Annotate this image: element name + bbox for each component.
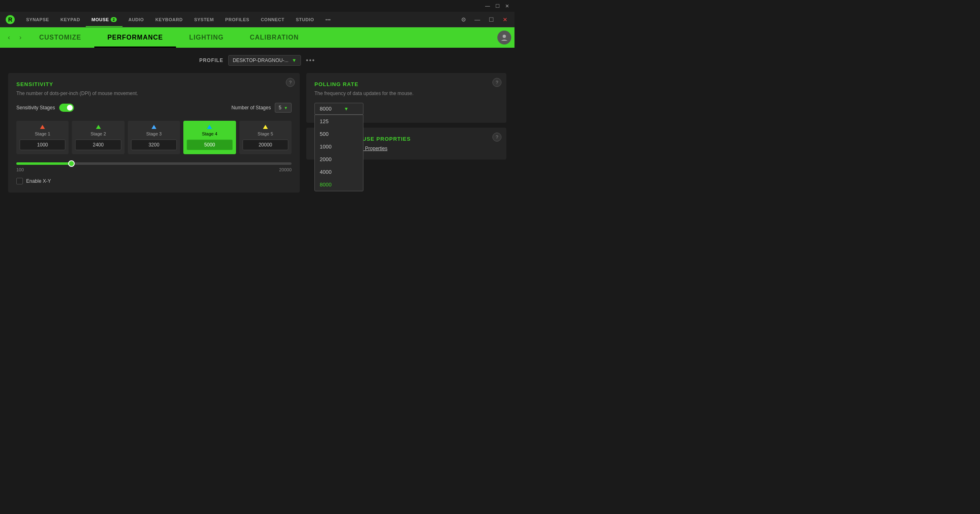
stage-card-3[interactable]: Stage 3 [128,121,180,154]
stage-card-5[interactable]: Stage 5 [239,121,292,154]
nav-item-synapse[interactable]: SYNAPSE [20,12,55,27]
stage-card-1[interactable]: Stage 1 [16,121,69,154]
stage-3-indicator-icon [151,125,156,129]
nav-item-keypad[interactable]: KEYPAD [55,12,86,27]
polling-rate-title: POLLING RATE [314,81,498,87]
polling-rate-panel: ? POLLING RATE The frequency of data upd… [306,73,506,123]
polling-rate-dropdown-container: 8000 ▼ 125 500 1000 2000 4000 8000 [314,103,363,115]
profile-dropdown[interactable]: DESKTOP-DRAGNOU-... ▼ [228,55,301,66]
maximize-button[interactable]: ☐ [493,2,501,10]
polling-rate-option-125[interactable]: 125 [315,115,363,128]
stage-5-input[interactable] [243,140,288,150]
stage-3-input[interactable] [131,140,177,150]
svg-point-2 [503,35,506,38]
polling-rate-option-8000[interactable]: 8000 [315,178,363,191]
sub-nav: ‹ › CUSTOMIZE PERFORMANCE LIGHTING CALIB… [0,27,514,48]
nav-right: ⚙ — ☐ ✕ [457,12,514,27]
polling-rate-option-500[interactable]: 500 [315,128,363,140]
sub-nav-performance[interactable]: PERFORMANCE [94,27,176,48]
polling-rate-help-button[interactable]: ? [492,78,501,87]
svg-text:R: R [8,16,12,23]
slider-row: 100 20000 [16,162,292,172]
back-arrow-button[interactable]: ‹ [3,32,15,43]
slider-fill [16,162,71,165]
sensitivity-title: SENSITIVITY [16,81,292,87]
profile-dropdown-arrow-icon: ▼ [292,58,296,63]
stages-controls: Sensitivity Stages Number of Stages 5 ▼ [16,103,292,113]
nav-item-mouse[interactable]: MOUSE 2 [86,12,122,27]
stage-4-input[interactable] [187,140,232,150]
main-content: PROFILE DESKTOP-DRAGNOU-... ▼ ••• ? SENS… [0,48,514,257]
title-bar: — ☐ ✕ [0,0,514,12]
minimize-button[interactable]: — [483,2,492,10]
stage-2-input[interactable] [75,140,121,150]
sensitivity-stages-label: Sensitivity Stages [16,105,55,111]
sensitivity-panel: ? SENSITIVITY The number of dots-per-inc… [8,73,300,193]
enable-xy-row: Enable X-Y [16,178,292,184]
profile-value: DESKTOP-DRAGNOU-... [233,58,288,63]
nav-item-studio[interactable]: STUDIO [290,12,320,27]
sub-nav-lighting[interactable]: LIGHTING [176,27,236,48]
stage-4-indicator-icon [207,125,212,129]
nav-items: SYNAPSE KEYPAD MOUSE 2 AUDIO KEYBOARD SY… [20,12,457,27]
polling-rate-option-2000[interactable]: 2000 [315,153,363,166]
stage-3-label: Stage 3 [146,131,162,136]
num-stages-row: Number of Stages 5 ▼ [232,103,292,113]
window-close-button[interactable]: ✕ [499,13,511,26]
enable-xy-label: Enable X-Y [26,178,51,184]
window-minimize-button[interactable]: — [471,13,483,26]
num-stages-value: 5 [278,105,281,111]
nav-item-keyboard[interactable]: KEYBOARD [149,12,188,27]
num-stages-label: Number of Stages [232,105,271,111]
stage-1-label: Stage 1 [35,131,50,136]
additional-props-help-button[interactable]: ? [492,133,501,142]
num-stages-select[interactable]: 5 ▼ [275,103,292,113]
polling-rate-desc: The frequency of data updates for the mo… [314,91,498,96]
polling-rate-arrow-icon: ▼ [344,106,349,112]
stage-card-4[interactable]: Stage 4 [183,121,236,154]
sensitivity-desc: The number of dots-per-inch (DPI) of mou… [16,91,292,96]
num-stages-arrow-icon: ▼ [284,106,288,110]
sub-nav-customize[interactable]: CUSTOMIZE [26,27,94,48]
settings-button[interactable]: ⚙ [457,13,470,26]
slider-thumb[interactable] [68,160,75,167]
sensitivity-help-button[interactable]: ? [286,78,295,87]
enable-xy-checkbox[interactable] [16,178,23,184]
avatar[interactable] [497,31,511,44]
nav-item-connect[interactable]: CONNECT [255,12,290,27]
mouse-badge: 2 [111,17,117,22]
polling-rate-option-4000[interactable]: 4000 [315,166,363,178]
stage-1-input[interactable] [20,140,65,150]
polling-rate-dropdown[interactable]: 8000 ▼ [314,103,363,115]
slider-labels: 100 20000 [16,167,292,172]
slider-track [16,162,292,165]
stage-cards: Stage 1 Stage 2 Stage 3 Stage 4 [16,121,292,154]
panels: ? SENSITIVITY The number of dots-per-inc… [8,73,506,193]
slider-max-label: 20000 [279,167,292,172]
sensitivity-stages-toggle[interactable] [59,104,74,112]
sub-nav-calibration[interactable]: CALIBRATION [237,27,312,48]
slider-min-label: 100 [16,167,24,172]
top-nav: R SYNAPSE KEYPAD MOUSE 2 AUDIO KEYBOARD … [0,12,514,27]
profile-more-button[interactable]: ••• [306,57,315,64]
window-maximize-button[interactable]: ☐ [485,13,497,26]
forward-arrow-button[interactable]: › [15,32,26,43]
nav-logo[interactable]: R [0,12,20,27]
stage-card-2[interactable]: Stage 2 [72,121,124,154]
nav-item-audio[interactable]: AUDIO [122,12,149,27]
stage-2-indicator-icon [96,125,101,129]
stage-2-label: Stage 2 [91,131,106,136]
profile-label: PROFILE [199,58,223,63]
right-panels: ? POLLING RATE The frequency of data upd… [306,73,506,193]
avatar-icon [500,33,508,42]
stage-5-label: Stage 5 [258,131,273,136]
polling-rate-dropdown-menu: 125 500 1000 2000 4000 8000 [314,115,363,191]
nav-item-system[interactable]: SYSTEM [188,12,219,27]
close-button[interactable]: ✕ [503,2,511,10]
sub-nav-items: CUSTOMIZE PERFORMANCE LIGHTING CALIBRATI… [26,27,497,48]
nav-item-profiles[interactable]: PROFILES [220,12,255,27]
stage-1-indicator-icon [40,125,45,129]
nav-item-more[interactable]: ••• [320,12,336,27]
stage-4-label: Stage 4 [202,131,217,136]
polling-rate-option-1000[interactable]: 1000 [315,140,363,153]
